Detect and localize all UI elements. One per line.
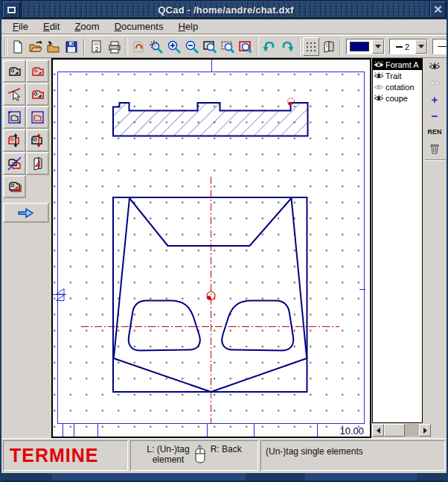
menu-file[interactable]: File	[6, 19, 35, 34]
scroll-left-button[interactable]	[372, 424, 384, 437]
print-button[interactable]	[106, 37, 123, 56]
scrollbar-thumb[interactable]	[384, 424, 405, 437]
tag-intersected-button[interactable]	[3, 129, 26, 152]
redraw-icon	[131, 39, 146, 54]
zoom-previous-button[interactable]	[237, 37, 254, 56]
main-area: 10.00 Foramt A	[1, 58, 447, 438]
show-all-eye-icon	[429, 63, 441, 71]
toolbar-handle[interactable]	[125, 38, 128, 56]
untag-intersected-icon	[30, 133, 46, 149]
close-button[interactable]: ✕	[430, 1, 446, 18]
layer-visible-icon[interactable]	[374, 95, 384, 102]
layer-list-hscrollbar[interactable]	[372, 424, 431, 437]
menubar: File Edit Zoom Documents Help	[1, 19, 447, 34]
snap-point-button[interactable]	[148, 37, 164, 56]
menu-documents[interactable]: Documents	[108, 19, 170, 34]
new-file-icon	[10, 39, 25, 54]
layer-visible-icon[interactable]	[374, 72, 384, 80]
scrollbar-track[interactable]	[384, 424, 419, 437]
new-file-button[interactable]	[10, 37, 26, 56]
print-preview-button[interactable]: 2	[89, 37, 105, 56]
width-combo[interactable]: 2	[389, 39, 428, 54]
zoom-auto-button[interactable]	[220, 37, 236, 56]
layer-list[interactable]: Foramt A Trait cotation	[372, 58, 423, 423]
toolbar-handle[interactable]	[298, 38, 301, 56]
drawing-svg: 10.00	[53, 60, 370, 437]
redo-button[interactable]	[279, 37, 295, 56]
mouse-icon	[193, 444, 208, 463]
tag-contour-icon	[30, 63, 46, 80]
untag-all-button[interactable]	[3, 152, 26, 175]
layer-name: coupe	[385, 94, 408, 103]
tag-double-contour-button[interactable]	[3, 175, 26, 198]
layer-hidden-icon[interactable]	[374, 83, 384, 91]
zoom-window-icon	[202, 39, 217, 54]
cat-outline[interactable]	[113, 197, 307, 392]
width-combo-arrow[interactable]	[415, 39, 427, 54]
trash-icon	[429, 143, 440, 154]
layer-row-cotation[interactable]: cotation	[373, 81, 422, 92]
save-icon	[64, 39, 79, 54]
layer-row-coupe[interactable]: coupe	[373, 92, 422, 104]
untag-all-icon	[7, 156, 23, 172]
titlebar-drag-area[interactable]: QCad - /home/andre/chat.dxf	[22, 1, 429, 18]
linetype-combo[interactable]	[432, 39, 448, 54]
tag-tool-palette	[1, 58, 51, 438]
toolbar-handle[interactable]	[256, 38, 259, 56]
zoom-out-button[interactable]	[184, 37, 200, 56]
qcad-window: QCad - /home/andre/chat.dxf ✕ File Edit …	[0, 0, 448, 482]
pointer-tag-button[interactable]	[3, 83, 26, 106]
add-layer-button[interactable]: +	[424, 91, 445, 107]
window-menu-button[interactable]	[3, 1, 20, 18]
views-button[interactable]	[321, 37, 337, 56]
show-all-layers-button[interactable]	[424, 58, 445, 74]
tag-contour-red-button[interactable]	[26, 83, 49, 106]
section-view[interactable]	[113, 103, 308, 136]
tag-element-icon	[7, 63, 23, 80]
remove-layer-button[interactable]: −	[424, 107, 445, 124]
layer-visible-icon[interactable]	[374, 61, 384, 69]
rename-layer-button[interactable]: REN	[424, 124, 445, 140]
zoom-in-button[interactable]	[166, 37, 182, 56]
undo-button[interactable]	[261, 37, 278, 56]
menu-help[interactable]: Help	[171, 19, 205, 34]
menu-zoom[interactable]: Zoom	[68, 19, 106, 34]
tag-layer-button[interactable]	[26, 152, 49, 175]
open-file-button[interactable]	[28, 37, 44, 56]
hide-all-layers-button[interactable]	[424, 74, 445, 91]
scroll-right-button[interactable]	[419, 424, 431, 437]
tag-double-contour-icon	[7, 179, 23, 195]
tag-contour-red-icon	[30, 86, 46, 103]
zoom-window-button[interactable]	[202, 37, 218, 56]
window-menu-icon	[7, 7, 16, 13]
toolbar-handle[interactable]	[4, 38, 7, 56]
redraw-button[interactable]	[130, 37, 147, 56]
grid-icon	[304, 39, 319, 54]
window-bottom-border	[0, 473, 448, 482]
tag-range-button[interactable]	[3, 106, 26, 129]
toolbar-separator	[83, 39, 85, 55]
grid-toggle-button[interactable]	[303, 37, 319, 56]
layer-row-trait[interactable]: Trait	[373, 70, 422, 81]
tag-range-red-button[interactable]	[26, 106, 49, 129]
toolbar-handle[interactable]	[339, 38, 342, 56]
menu-edit[interactable]: Edit	[36, 19, 66, 34]
pointer-tag-icon	[7, 86, 23, 103]
command-status: TERMINE	[10, 445, 99, 466]
save-button[interactable]	[63, 37, 80, 56]
drawing-canvas[interactable]: 10.00	[51, 58, 371, 438]
titlebar: QCad - /home/andre/chat.dxf ✕	[0, 0, 448, 19]
svg-text:2: 2	[95, 45, 98, 53]
tag-contour-button[interactable]	[26, 60, 49, 83]
open-recent-button[interactable]	[45, 37, 62, 56]
delete-layer-button[interactable]	[424, 140, 445, 156]
layer-panel: Foramt A Trait cotation	[371, 58, 447, 438]
color-combo[interactable]	[346, 39, 385, 54]
tag-range-icon	[7, 110, 23, 126]
color-combo-arrow[interactable]	[372, 39, 384, 54]
untag-intersected-button[interactable]	[26, 129, 49, 152]
tag-element-button[interactable]	[3, 60, 26, 83]
layer-row-foramt[interactable]: Foramt A	[373, 59, 422, 70]
continue-button[interactable]	[3, 203, 49, 223]
print-preview-icon: 2	[89, 39, 104, 54]
